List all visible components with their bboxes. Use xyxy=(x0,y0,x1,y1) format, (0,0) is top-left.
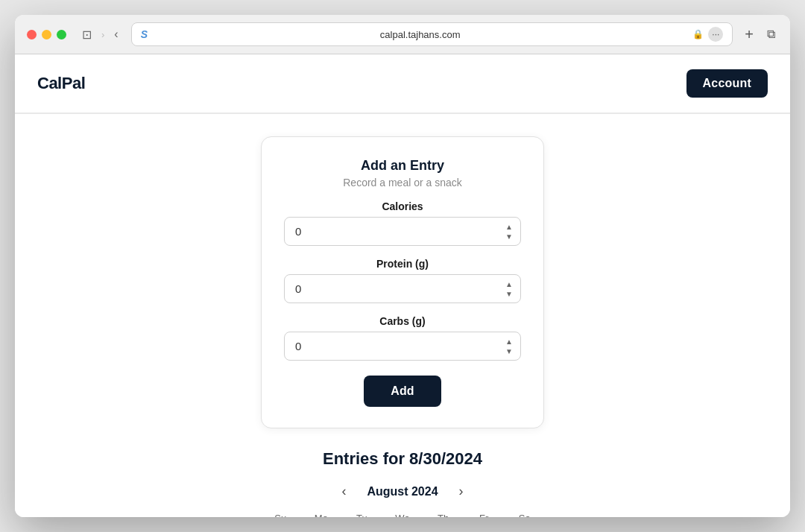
app-logo: CalPal xyxy=(37,74,85,93)
sidebar-toggle-button[interactable]: ⊡ xyxy=(78,26,95,43)
protein-input-wrapper: ▲ ▼ xyxy=(284,274,521,303)
tabs-overview-button[interactable]: ⧉ xyxy=(764,26,778,42)
calories-label: Calories xyxy=(284,200,521,212)
calories-input-wrapper: ▲ ▼ xyxy=(284,217,521,246)
carbs-input[interactable] xyxy=(284,332,521,361)
day-label-tu: Tu xyxy=(342,510,382,517)
address-bar-more-button[interactable]: ··· xyxy=(708,27,723,42)
lock-icon: 🔒 xyxy=(692,29,704,39)
calendar-next-button[interactable]: › xyxy=(453,481,470,502)
new-tab-button[interactable]: + xyxy=(742,25,757,45)
protein-decrement[interactable]: ▼ xyxy=(503,289,515,298)
calories-increment[interactable]: ▲ xyxy=(503,222,515,231)
carbs-field-group: Carbs (g) ▲ ▼ xyxy=(284,315,521,361)
card-subtitle: Record a meal or a snack xyxy=(343,177,462,189)
browser-right-buttons: + ⧉ xyxy=(742,25,778,45)
carbs-increment[interactable]: ▲ xyxy=(503,337,515,346)
add-entry-button[interactable]: Add xyxy=(364,376,441,407)
browser-controls: ⊡ › ‹ xyxy=(78,26,122,43)
site-favicon: S xyxy=(141,28,148,40)
account-button[interactable]: Account xyxy=(686,69,768,98)
day-label-sa: Sa xyxy=(505,510,544,517)
protein-stepper: ▲ ▼ xyxy=(503,279,515,298)
traffic-lights xyxy=(27,30,66,39)
calories-input[interactable] xyxy=(284,217,521,246)
close-button[interactable] xyxy=(27,30,37,39)
protein-label: Protein (g) xyxy=(284,258,521,270)
calendar-days-header: Su Mo Tu We Th Fr Sa xyxy=(261,510,544,517)
browser-window: ⊡ › ‹ S calpal.tajhans.com 🔒 ··· + ⧉ Cal… xyxy=(15,15,790,517)
main-content: Add an Entry Record a meal or a snack Ca… xyxy=(15,114,790,517)
entries-section: Entries for 8/30/2024 ‹ August 2024 › Su… xyxy=(261,449,544,517)
url-text: calpal.tajhans.com xyxy=(152,29,688,40)
day-label-mo: Mo xyxy=(302,510,341,517)
day-label-fr: Fr xyxy=(464,510,504,517)
calories-stepper: ▲ ▼ xyxy=(503,222,515,241)
day-label-su: Su xyxy=(261,510,300,517)
carbs-input-wrapper: ▲ ▼ xyxy=(284,332,521,361)
app-content: CalPal Account Add an Entry Record a mea… xyxy=(15,54,790,517)
protein-field-group: Protein (g) ▲ ▼ xyxy=(284,258,521,303)
day-label-we: We xyxy=(383,510,423,517)
card-title: Add an Entry xyxy=(343,158,462,174)
back-button[interactable]: ‹ xyxy=(110,26,121,42)
calories-field-group: Calories ▲ ▼ xyxy=(284,200,521,246)
calendar-month-year: August 2024 xyxy=(367,485,438,498)
carbs-decrement[interactable]: ▼ xyxy=(503,346,515,355)
card-header: Add an Entry Record a meal or a snack xyxy=(343,158,462,189)
address-bar[interactable]: S calpal.tajhans.com 🔒 ··· xyxy=(131,22,733,46)
minimize-button[interactable] xyxy=(42,30,51,39)
app-header: CalPal Account xyxy=(15,54,790,113)
carbs-stepper: ▲ ▼ xyxy=(503,337,515,355)
day-label-th: Th xyxy=(423,510,463,517)
protein-increment[interactable]: ▲ xyxy=(503,279,515,288)
add-entry-card: Add an Entry Record a meal or a snack Ca… xyxy=(261,136,544,428)
browser-chrome: ⊡ › ‹ S calpal.tajhans.com 🔒 ··· + ⧉ xyxy=(15,15,790,54)
calories-decrement[interactable]: ▼ xyxy=(503,232,515,241)
protein-input[interactable] xyxy=(284,274,521,303)
calendar-prev-button[interactable]: ‹ xyxy=(335,481,352,502)
entries-title: Entries for 8/30/2024 xyxy=(261,449,544,469)
maximize-button[interactable] xyxy=(57,30,66,39)
carbs-label: Carbs (g) xyxy=(284,315,521,327)
calendar-nav: ‹ August 2024 › xyxy=(261,481,544,502)
controls-divider: › xyxy=(101,29,104,40)
